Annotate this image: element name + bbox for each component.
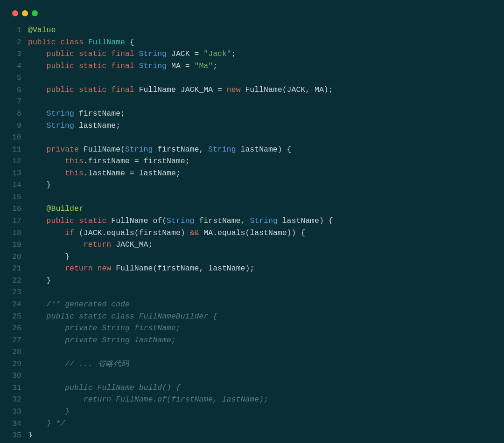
code-line	[28, 191, 491, 203]
code-line: }	[28, 429, 491, 437]
token-keyword: final	[111, 85, 134, 94]
token-punct	[56, 38, 60, 47]
code-line: this.lastName = lastName;	[28, 167, 491, 180]
token-punct: (	[120, 145, 125, 154]
line-number: 1	[7, 24, 21, 36]
line-number: 6	[7, 84, 21, 96]
token-punct: (	[282, 85, 287, 94]
line-number: 20	[7, 251, 21, 263]
token-ident: firstName	[88, 157, 130, 166]
token-ident: FullName	[139, 85, 176, 94]
token-punct	[28, 62, 47, 70]
token-keyword: static	[79, 85, 106, 94]
close-icon[interactable]	[12, 10, 18, 16]
token-punct	[28, 157, 65, 166]
token-comment: public static class FullNameBuilder {	[28, 312, 217, 321]
token-punct	[28, 109, 47, 118]
token-string: "Ma"	[195, 62, 213, 70]
token-keyword: public	[47, 62, 74, 70]
token-punct: ;	[213, 62, 217, 70]
token-type: String	[139, 49, 167, 58]
token-keyword: return	[65, 264, 92, 273]
token-comment: private String lastName;	[28, 336, 176, 345]
token-ident: JACK	[84, 228, 102, 237]
line-number: 27	[7, 334, 21, 346]
code-line: return JACK_MA;	[28, 239, 491, 251]
token-punct: ) {	[319, 216, 333, 225]
token-ident: lastName	[208, 264, 245, 273]
line-number: 21	[7, 263, 21, 275]
token-punct	[28, 216, 47, 225]
code-editor[interactable]: 1234567891011121314151617181920212223242…	[6, 21, 498, 437]
token-punct	[74, 109, 79, 118]
code-line: this.firstName = firstName;	[28, 155, 491, 167]
token-punct	[111, 264, 116, 273]
titlebar	[6, 6, 498, 21]
token-punct: (	[134, 228, 139, 237]
token-punct	[106, 49, 111, 58]
minimize-icon[interactable]	[22, 10, 28, 16]
token-punct	[93, 264, 98, 273]
code-line	[28, 132, 491, 144]
code-line: public static final String MA = "Ma";	[28, 60, 491, 72]
line-number: 18	[7, 227, 21, 239]
token-ident: FullName	[116, 264, 153, 273]
token-punct: ;	[120, 109, 125, 118]
code-line: public static final FullName JACK_MA = n…	[28, 84, 491, 96]
line-number: 22	[7, 275, 21, 287]
line-number: 16	[7, 203, 21, 215]
token-punct	[84, 38, 88, 47]
token-punct: )) {	[287, 228, 306, 237]
code-content[interactable]: @Valuepublic class FullName { public sta…	[24, 24, 491, 437]
token-punct	[74, 49, 79, 58]
line-number-gutter: 1234567891011121314151617181920212223242…	[7, 24, 24, 437]
token-ident: FullName	[84, 145, 120, 154]
code-line: String lastName;	[28, 120, 491, 132]
token-punct	[106, 85, 111, 94]
token-type: String	[250, 216, 277, 225]
token-keyword: private	[47, 145, 79, 154]
token-keyword: final	[111, 62, 134, 70]
token-punct	[74, 85, 79, 94]
token-punct: =	[213, 85, 227, 94]
token-keyword: public	[28, 38, 56, 47]
token-keyword: return	[84, 240, 111, 249]
token-punct: =	[130, 157, 144, 166]
line-number: 34	[7, 418, 21, 430]
line-number: 35	[7, 429, 21, 437]
line-number: 31	[7, 382, 21, 394]
token-keyword: &&	[190, 228, 199, 237]
code-line: }	[28, 275, 491, 287]
token-comment: } */	[28, 419, 65, 428]
token-punct: (	[245, 228, 250, 237]
token-punct	[134, 49, 139, 58]
token-type: String	[125, 145, 153, 154]
line-number: 13	[7, 167, 21, 180]
token-punct	[153, 145, 157, 154]
code-line	[28, 72, 491, 84]
token-keyword: static	[79, 49, 106, 58]
token-ident: firstName	[157, 264, 199, 273]
token-punct: .	[84, 157, 88, 166]
token-punct: }	[28, 431, 33, 437]
token-type: String	[139, 62, 167, 70]
token-punct: ;	[116, 121, 120, 130]
token-keyword: new	[227, 85, 241, 94]
token-punct	[111, 240, 116, 249]
token-punct	[241, 85, 245, 94]
code-line: public FullName build() {	[28, 382, 491, 394]
token-ident: lastName	[250, 228, 287, 237]
code-line: public class FullName {	[28, 36, 491, 48]
line-number: 24	[7, 298, 21, 311]
line-number: 26	[7, 322, 21, 334]
maximize-icon[interactable]	[32, 10, 38, 16]
code-line: return new FullName(firstName, lastName)…	[28, 263, 491, 275]
token-punct: }	[28, 180, 51, 189]
token-punct: (	[153, 264, 157, 273]
code-line: @Value	[28, 24, 491, 36]
token-string: "Jack"	[203, 49, 231, 58]
code-line: }	[28, 251, 491, 263]
line-number: 15	[7, 191, 21, 203]
line-number: 14	[7, 179, 21, 191]
token-ident: lastName	[282, 216, 319, 225]
